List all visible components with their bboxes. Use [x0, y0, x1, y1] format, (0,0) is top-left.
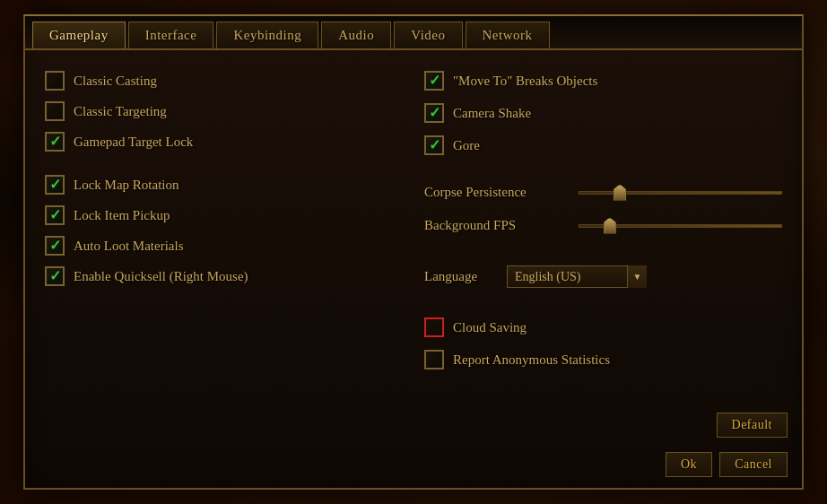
checkbox-row-gamepad-target-lock: Gamepad Target Lock	[43, 127, 405, 156]
checkbox-label-lock-map-rotation: Lock Map Rotation	[74, 178, 178, 193]
checkbox-row-classic-casting: Classic Casting	[43, 66, 405, 95]
section-gap-2	[422, 163, 784, 174]
cancel-button[interactable]: Cancel	[719, 452, 788, 477]
checkbox-row-enable-quicksell: Enable Quicksell (Right Mouse)	[43, 262, 405, 291]
language-label: Language	[424, 269, 496, 284]
checkbox-label-classic-targeting: Classic Targeting	[74, 104, 167, 119]
checkbox-label-gore: Gore	[453, 138, 480, 153]
tab-audio[interactable]: Audio	[321, 22, 391, 48]
slider-track-corpse-persistence[interactable]	[579, 191, 782, 195]
checkbox-row-camera-shake: Camera Shake	[422, 99, 784, 127]
checkbox-gore[interactable]	[424, 135, 444, 155]
content-area: Classic CastingClassic TargetingGamepad …	[25, 50, 802, 409]
section-gap-3	[422, 244, 784, 255]
checkbox-lock-item-pickup[interactable]	[45, 205, 65, 225]
ok-button[interactable]: Ok	[666, 452, 712, 477]
tab-interface[interactable]: Interface	[128, 22, 214, 48]
checkbox-label-lock-item-pickup: Lock Item Pickup	[74, 208, 170, 223]
checkbox-report-anonymous[interactable]	[424, 350, 444, 369]
tab-bar: GameplayInterfaceKeybindingAudioVideoNet…	[25, 16, 802, 50]
checkbox-row-lock-map-rotation: Lock Map Rotation	[43, 170, 405, 199]
checkbox-label-enable-quicksell: Enable Quicksell (Right Mouse)	[74, 269, 248, 284]
checkbox-label-camera-shake: Camera Shake	[453, 106, 531, 121]
footer-buttons: Default	[717, 413, 788, 438]
slider-row-corpse-persistence: Corpse Persistence	[422, 178, 784, 207]
checkbox-label-auto-loot-materials: Auto Loot Materials	[74, 239, 183, 254]
left-column: Classic CastingClassic TargetingGamepad …	[43, 66, 405, 396]
checkbox-classic-targeting[interactable]	[45, 101, 65, 121]
checkbox-label-report-anonymous: Report Anonymous Statistics	[453, 352, 610, 368]
tab-video[interactable]: Video	[394, 22, 462, 48]
ok-cancel-buttons: Ok Cancel	[666, 452, 788, 477]
tab-keybinding[interactable]: Keybinding	[216, 22, 318, 48]
checkbox-row-lock-item-pickup: Lock Item Pickup	[43, 201, 405, 230]
checkbox-move-to-breaks[interactable]	[424, 71, 444, 91]
slider-handle-corpse-persistence[interactable]	[614, 185, 626, 201]
checkbox-auto-loot-materials[interactable]	[45, 236, 65, 256]
footer-row: Default	[25, 409, 802, 448]
slider-row-background-fps: Background FPS	[422, 211, 784, 240]
checkbox-row-auto-loot-materials: Auto Loot Materials	[43, 231, 405, 260]
section-gap-1	[43, 158, 405, 169]
section-gap-4	[422, 299, 784, 309]
slider-handle-background-fps[interactable]	[604, 218, 616, 234]
checkbox-gamepad-target-lock[interactable]	[45, 132, 65, 152]
checkbox-row-report-anonymous: Report Anonymous Statistics	[422, 345, 784, 374]
checkbox-enable-quicksell[interactable]	[45, 266, 65, 286]
ok-cancel-row: Ok Cancel	[25, 448, 802, 488]
language-row: LanguageEnglish (US)FrenchGermanSpanishI…	[422, 258, 784, 295]
slider-label-background-fps: Background FPS	[424, 218, 568, 233]
checkbox-label-cloud-saving: Cloud Saving	[453, 320, 527, 335]
checkbox-label-move-to-breaks: "Move To" Breaks Objects	[453, 74, 597, 89]
dialog-overlay: GameplayInterfaceKeybindingAudioVideoNet…	[0, 0, 827, 504]
checkbox-label-gamepad-target-lock: Gamepad Target Lock	[74, 135, 193, 150]
checkbox-row-cloud-saving: Cloud Saving	[422, 313, 784, 342]
slider-track-background-fps[interactable]	[579, 224, 782, 228]
checkbox-cloud-saving[interactable]	[424, 317, 444, 337]
checkbox-label-classic-casting: Classic Casting	[74, 74, 157, 89]
tab-network[interactable]: Network	[466, 22, 550, 48]
right-column: "Move To" Breaks ObjectsCamera ShakeGore…	[422, 66, 784, 396]
settings-dialog: GameplayInterfaceKeybindingAudioVideoNet…	[23, 14, 804, 490]
tab-gameplay[interactable]: Gameplay	[32, 22, 126, 48]
language-select[interactable]: English (US)FrenchGermanSpanishItalianPo…	[507, 265, 647, 288]
language-select-wrapper: English (US)FrenchGermanSpanishItalianPo…	[507, 265, 647, 288]
slider-label-corpse-persistence: Corpse Persistence	[424, 185, 568, 200]
checkbox-row-gore: Gore	[422, 131, 784, 160]
checkbox-row-classic-targeting: Classic Targeting	[43, 97, 405, 126]
checkbox-camera-shake[interactable]	[424, 103, 444, 123]
checkbox-classic-casting[interactable]	[45, 71, 65, 91]
default-button[interactable]: Default	[717, 413, 788, 438]
checkbox-row-move-to-breaks: "Move To" Breaks Objects	[422, 66, 784, 95]
checkbox-lock-map-rotation[interactable]	[45, 175, 65, 195]
